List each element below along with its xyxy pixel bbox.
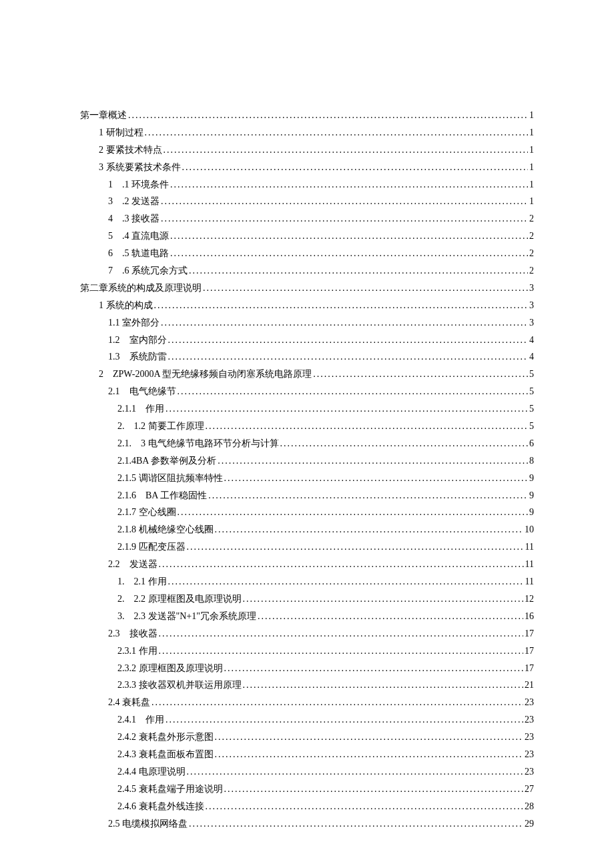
toc-entry-label: 2.4.3 衰耗盘面板布置图: [117, 746, 214, 763]
toc-entry-label: 2. 1.2 简要工作原理: [117, 418, 204, 435]
toc-entry[interactable]: 2.1.7 空心线圈9: [80, 504, 534, 521]
toc-entry-page: 8: [529, 452, 534, 470]
toc-leader-dots: [161, 314, 528, 332]
toc-entry[interactable]: 2.5 电缆模拟网络盘29: [80, 815, 534, 833]
toc-entry-page: 9: [529, 504, 534, 521]
toc-leader-dots: [224, 781, 524, 798]
toc-entry[interactable]: 第一章概述1: [80, 107, 534, 124]
toc-leader-dots: [159, 642, 524, 660]
toc-entry-label: 2.3.2 原理框图及原理说明: [117, 660, 223, 677]
toc-entry[interactable]: 2.1 电气绝缘节5: [80, 383, 534, 400]
toc-entry-page: 10: [525, 521, 534, 538]
toc-page: 第一章概述11 研制过程12 要紧技术特点13 系统要紧技术条件11 .1 环境…: [0, 0, 614, 868]
toc-entry[interactable]: 3. 2.3 发送器"N+1"冗余系统原理16: [80, 608, 534, 625]
toc-leader-dots: [170, 228, 528, 245]
toc-entry[interactable]: 2.1.4BA 参数举例及分析8: [80, 452, 534, 470]
toc-entry[interactable]: 3 .2 发送器1: [80, 193, 534, 210]
toc-entry[interactable]: 4 .3 接收器2: [80, 210, 534, 228]
toc-entry[interactable]: 1. 2.1 作用11: [80, 573, 534, 590]
toc-entry[interactable]: 2.1.9 匹配变压器11: [80, 538, 534, 556]
toc-entry-page: 23: [525, 763, 534, 781]
toc-leader-dots: [187, 538, 524, 556]
toc-entry-page: 29: [525, 815, 534, 833]
toc-leader-dots: [224, 470, 529, 487]
toc-entry[interactable]: 2.4.2 衰耗盘外形示意图23: [80, 729, 534, 746]
toc-entry[interactable]: 2.3.2 原理框图及原理说明17: [80, 660, 534, 677]
toc-entry[interactable]: 6 .5 轨道电路2: [80, 245, 534, 262]
toc-entry[interactable]: 2.4 衰耗盘23: [80, 694, 534, 711]
toc-entry[interactable]: 2.4.5 衰耗盘端子用途说明27: [80, 781, 534, 798]
toc-leader-dots: [182, 159, 529, 176]
toc-entry-page: 4: [529, 348, 534, 366]
toc-entry[interactable]: 3 系统要紧技术条件1: [80, 159, 534, 176]
toc-entry[interactable]: 7 .6 系统冗余方式2: [80, 262, 534, 280]
toc-entry-label: 2.4.1 作用: [117, 711, 164, 729]
toc-entry[interactable]: 5 .4 直流电源2: [80, 228, 534, 245]
toc-list: 第一章概述11 研制过程12 要紧技术特点13 系统要紧技术条件11 .1 环境…: [80, 107, 534, 832]
toc-leader-dots: [206, 798, 524, 815]
toc-entry-page: 23: [525, 694, 534, 711]
toc-entry[interactable]: 2.4.6 衰耗盘外线连接28: [80, 798, 534, 815]
toc-entry[interactable]: 2 要紧技术特点1: [80, 141, 534, 159]
toc-entry[interactable]: 1 系统的构成3: [80, 297, 534, 314]
toc-entry-page: 3: [529, 280, 534, 297]
toc-entry-page: 9: [529, 470, 534, 487]
toc-entry-page: 28: [525, 798, 534, 815]
toc-entry-page: 6: [529, 435, 534, 452]
toc-leader-dots: [170, 176, 528, 193]
toc-entry[interactable]: 1.3 系统防雷4: [80, 348, 534, 366]
toc-entry[interactable]: 1 研制过程1: [80, 124, 534, 141]
toc-entry-page: 21: [525, 677, 534, 694]
toc-entry-page: 17: [525, 642, 534, 660]
toc-entry-label: 2.3 接收器: [108, 625, 158, 642]
toc-entry-page: 16: [525, 608, 534, 625]
toc-entry-label: 第一章概述: [80, 107, 127, 124]
toc-entry-label: 2 ZPW-2000A 型无绝缘移频自动闭塞系统电路原理: [99, 366, 312, 383]
toc-entry[interactable]: 2.3.1 作用17: [80, 642, 534, 660]
toc-entry[interactable]: 2.1.5 调谐区阻抗频率特性9: [80, 470, 534, 487]
toc-entry[interactable]: 1.1 室外部分3: [80, 314, 534, 332]
toc-entry[interactable]: 2.1.6 BA 工作稳固性9: [80, 487, 534, 504]
toc-entry[interactable]: 2.1.8 机械绝缘空心线圈10: [80, 521, 534, 538]
toc-leader-dots: [218, 452, 528, 470]
toc-entry[interactable]: 2.1.1 作用5: [80, 400, 534, 418]
toc-entry-label: 3. 2.3 发送器"N+1"冗余系统原理: [117, 608, 256, 625]
toc-entry-page: 2: [529, 210, 534, 228]
toc-entry[interactable]: 2 ZPW-2000A 型无绝缘移频自动闭塞系统电路原理5: [80, 366, 534, 383]
toc-entry[interactable]: 2. 2.2 原理框图及电原理说明12: [80, 590, 534, 608]
toc-entry[interactable]: 2.4.4 电原理说明23: [80, 763, 534, 781]
toc-leader-dots: [161, 210, 528, 228]
toc-entry-label: 6 .5 轨道电路: [108, 245, 169, 262]
toc-entry[interactable]: 2.4.3 衰耗盘面板布置图23: [80, 746, 534, 763]
toc-entry[interactable]: 2.1. 3 电气绝缘节电路环节分析与计算6: [80, 435, 534, 452]
toc-entry-label: 7 .6 系统冗余方式: [108, 262, 188, 280]
toc-entry-page: 5: [529, 418, 534, 435]
toc-entry-page: 17: [525, 660, 534, 677]
toc-leader-dots: [168, 348, 529, 366]
toc-entry[interactable]: 2.2 发送器11: [80, 556, 534, 573]
toc-entry[interactable]: 2.4.1 作用23: [80, 711, 534, 729]
toc-entry-page: 12: [525, 590, 534, 608]
toc-leader-dots: [243, 677, 524, 694]
toc-leader-dots: [215, 729, 524, 746]
toc-entry-page: 1: [529, 124, 534, 141]
toc-leader-dots: [168, 332, 529, 349]
toc-leader-dots: [258, 608, 523, 625]
toc-entry[interactable]: 1 .1 环境条件1: [80, 176, 534, 193]
toc-entry[interactable]: 第二章系统的构成及原理说明3: [80, 280, 534, 297]
toc-entry-label: 2.1.5 调谐区阻抗频率特性: [117, 470, 223, 487]
toc-entry[interactable]: 1.2 室内部分4: [80, 332, 534, 349]
toc-entry-label: 4 .3 接收器: [108, 210, 160, 228]
toc-entry-page: 1: [529, 107, 534, 124]
toc-leader-dots: [206, 418, 529, 435]
toc-entry-label: 2.1.8 机械绝缘空心线圈: [117, 521, 214, 538]
toc-entry-page: 11: [525, 556, 534, 573]
toc-entry-label: 1 系统的构成: [99, 297, 153, 314]
toc-entry[interactable]: 2.3 接收器17: [80, 625, 534, 642]
toc-entry-label: 2 要紧技术特点: [99, 141, 162, 159]
toc-entry-label: 2.5 电缆模拟网络盘: [108, 815, 188, 833]
toc-entry-label: 2.1.1 作用: [117, 400, 164, 418]
toc-entry[interactable]: 2.3.3 接收器双机并联运用原理21: [80, 677, 534, 694]
toc-entry[interactable]: 2. 1.2 简要工作原理5: [80, 418, 534, 435]
toc-entry-page: 5: [529, 366, 534, 383]
